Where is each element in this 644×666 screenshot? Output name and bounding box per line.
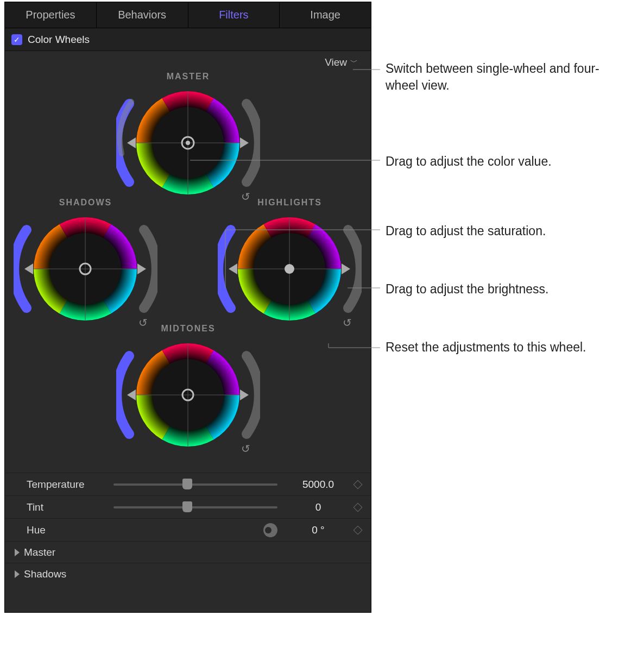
callout-saturation: Drag to adjust the saturation. xyxy=(386,223,546,240)
callout-brightness: Drag to adjust the brightness. xyxy=(386,281,548,298)
callout-view: Switch between single-wheel and four-whe… xyxy=(386,60,619,94)
callout-reset: Reset the adjustments to this wheel. xyxy=(386,339,614,356)
callout-color-value: Drag to adjust the color value. xyxy=(386,153,552,170)
